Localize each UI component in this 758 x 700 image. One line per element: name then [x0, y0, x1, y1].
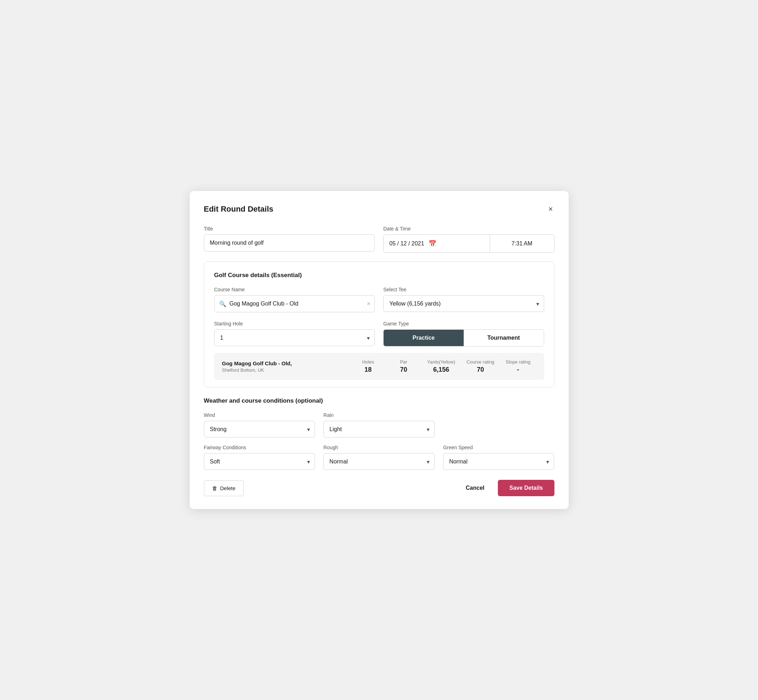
course-name-label: Course Name — [214, 287, 375, 292]
course-tee-row: Course Name 🔍 × Select Tee Yellow (6,156… — [214, 287, 544, 312]
green-speed-wrap: SlowNormal FastVery Fast ▾ — [443, 453, 554, 470]
course-search-wrap: 🔍 × — [214, 295, 375, 312]
footer-right: Cancel Save Details — [462, 480, 554, 496]
course-name-group: Course Name 🔍 × — [214, 287, 375, 312]
tournament-button[interactable]: Tournament — [464, 330, 544, 346]
time-part[interactable]: 7:31 AM — [490, 235, 554, 253]
starting-hole-label: Starting Hole — [214, 321, 375, 327]
hole-gametype-row: Starting Hole 123 456 78910 ▾ Game Type … — [214, 321, 544, 347]
starting-hole-dropdown[interactable]: 123 456 78910 — [214, 330, 375, 346]
par-value: 70 — [400, 366, 407, 373]
title-group: Title — [204, 226, 375, 253]
slope-rating-stat: Slope rating - — [500, 359, 536, 373]
edit-round-modal: Edit Round Details × Title Date & Time 0… — [190, 191, 568, 509]
course-rating-value: 70 — [477, 366, 484, 373]
course-name-input[interactable] — [214, 295, 375, 312]
clear-course-button[interactable]: × — [366, 300, 370, 307]
par-stat: Par 70 — [386, 359, 421, 373]
slope-rating-label: Slope rating — [506, 359, 530, 364]
delete-button[interactable]: 🗑 Delete — [204, 480, 244, 496]
holes-label: Holes — [362, 359, 374, 364]
delete-label: Delete — [220, 485, 236, 491]
fairway-wrap: SoftNormalHard ▾ — [204, 453, 315, 470]
rain-label: Rain — [324, 412, 434, 418]
yards-label: Yards(Yellow) — [427, 359, 455, 364]
fairway-label: Fairway Conditions — [204, 445, 315, 450]
course-info-box: Gog Magog Golf Club - Old, Shelford Bott… — [214, 353, 544, 380]
date-part[interactable]: 05 / 12 / 2021 📅 — [384, 235, 490, 253]
course-rating-label: Course rating — [467, 359, 494, 364]
course-location: Shelford Bottom, UK — [222, 367, 351, 373]
rough-group: Rough SoftNormalHard ▾ — [324, 445, 434, 470]
wind-wrap: CalmLightModerate StrongVery Strong ▾ — [204, 421, 315, 438]
rain-dropdown[interactable]: NoneLight ModerateHeavy — [324, 421, 434, 438]
game-type-toggle: Practice Tournament — [383, 330, 544, 347]
time-value: 7:31 AM — [511, 241, 532, 247]
game-type-group: Game Type Practice Tournament — [383, 321, 544, 347]
date-value: 05 / 12 / 2021 — [389, 241, 424, 247]
green-speed-dropdown[interactable]: SlowNormal FastVery Fast — [443, 453, 554, 470]
calendar-icon: 📅 — [429, 240, 436, 248]
cancel-button[interactable]: Cancel — [462, 481, 488, 495]
wind-rain-row: Wind CalmLightModerate StrongVery Strong… — [204, 412, 554, 438]
golf-course-section: Golf Course details (Essential) Course N… — [204, 261, 554, 388]
yards-value: 6,156 — [433, 366, 449, 373]
slope-rating-value: - — [517, 366, 519, 373]
select-tee-group: Select Tee Yellow (6,156 yards) White (6… — [383, 287, 544, 312]
modal-header: Edit Round Details × — [204, 204, 554, 214]
title-input[interactable] — [204, 234, 375, 252]
game-type-label: Game Type — [383, 321, 544, 327]
save-button[interactable]: Save Details — [498, 480, 554, 496]
modal-title: Edit Round Details — [204, 205, 274, 214]
rain-wrap: NoneLight ModerateHeavy ▾ — [324, 421, 434, 438]
date-time-row: 05 / 12 / 2021 📅 7:31 AM — [383, 234, 554, 253]
weather-section-title: Weather and course conditions (optional) — [204, 397, 554, 405]
conditions-row: Fairway Conditions SoftNormalHard ▾ Roug… — [204, 445, 554, 470]
green-speed-label: Green Speed — [443, 445, 554, 450]
rough-wrap: SoftNormalHard ▾ — [324, 453, 434, 470]
title-label: Title — [204, 226, 375, 231]
starting-hole-wrap: 123 456 78910 ▾ — [214, 330, 375, 346]
course-info-name: Gog Magog Golf Club - Old, Shelford Bott… — [222, 360, 351, 373]
holes-value: 18 — [365, 366, 371, 373]
yards-stat: Yards(Yellow) 6,156 — [421, 359, 461, 373]
green-speed-group: Green Speed SlowNormal FastVery Fast ▾ — [443, 445, 554, 470]
close-button[interactable]: × — [547, 204, 554, 214]
wind-dropdown[interactable]: CalmLightModerate StrongVery Strong — [204, 421, 315, 438]
fairway-group: Fairway Conditions SoftNormalHard ▾ — [204, 445, 315, 470]
golf-course-section-title: Golf Course details (Essential) — [214, 272, 544, 279]
datetime-label: Date & Time — [383, 226, 554, 231]
select-tee-wrap: Yellow (6,156 yards) White (6,500 yards)… — [383, 295, 544, 312]
footer-row: 🗑 Delete Cancel Save Details — [204, 480, 554, 496]
rain-group: Rain NoneLight ModerateHeavy ▾ — [324, 412, 434, 438]
title-datetime-row: Title Date & Time 05 / 12 / 2021 📅 7:31 … — [204, 226, 554, 253]
rough-dropdown[interactable]: SoftNormalHard — [324, 453, 434, 470]
course-rating-stat: Course rating 70 — [461, 359, 500, 373]
course-name-display: Gog Magog Golf Club - Old, — [222, 360, 351, 366]
rough-label: Rough — [324, 445, 434, 450]
trash-icon: 🗑 — [212, 485, 218, 491]
holes-stat: Holes 18 — [350, 359, 386, 373]
select-tee-label: Select Tee — [383, 287, 544, 292]
datetime-group: Date & Time 05 / 12 / 2021 📅 7:31 AM — [383, 226, 554, 253]
starting-hole-group: Starting Hole 123 456 78910 ▾ — [214, 321, 375, 347]
wind-label: Wind — [204, 412, 315, 418]
weather-section: Weather and course conditions (optional)… — [204, 397, 554, 470]
practice-button[interactable]: Practice — [384, 330, 464, 346]
fairway-dropdown[interactable]: SoftNormalHard — [204, 453, 315, 470]
select-tee-dropdown[interactable]: Yellow (6,156 yards) White (6,500 yards)… — [383, 295, 544, 312]
par-label: Par — [400, 359, 407, 364]
wind-group: Wind CalmLightModerate StrongVery Strong… — [204, 412, 315, 438]
